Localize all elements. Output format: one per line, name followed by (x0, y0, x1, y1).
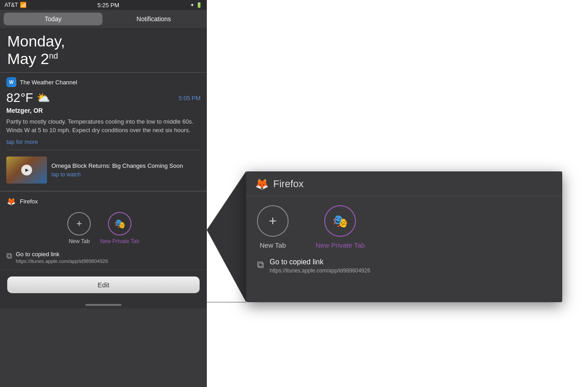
fp-new-tab[interactable]: + New Tab (257, 205, 289, 249)
copy-icon: ⧉ (6, 251, 12, 261)
weather-video-card[interactable]: Omega Block Returns: Big Changes Coming … (6, 155, 201, 185)
bluetooth-icon: ✦ (190, 2, 194, 8)
fp-link-info: Go to copied link https://itunes.apple.c… (270, 258, 370, 274)
fp-link-url: https://itunes.apple.com/app/id989804926 (270, 267, 370, 274)
fp-private-circle: 🎭 (324, 205, 356, 237)
iphone-panel: AT&T 📶 5:25 PM ✦ 🔋 Today Notifications M… (0, 0, 207, 387)
fp-new-tab-label: New Tab (260, 241, 286, 249)
svg-line-1 (207, 171, 246, 230)
fp-private-tab[interactable]: 🎭 New Private Tab (316, 205, 365, 249)
home-area (0, 299, 207, 309)
firefox-actions: + New Tab 🎭 New Private Tab (6, 212, 201, 244)
mask-icon: 🎭 (114, 218, 126, 229)
weather-section: W The Weather Channel 82°F ⛅ 5:05 PM Met… (0, 73, 207, 191)
video-title: Omega Block Returns: Big Changes Coming … (51, 162, 183, 170)
plus-icon: + (76, 219, 82, 229)
tap-watch-link[interactable]: tap to watch (51, 171, 183, 178)
date-line1: Monday, (7, 32, 200, 50)
weather-location: Metzger, OR (6, 107, 201, 114)
link-title: Go to copied link (16, 251, 108, 258)
status-right: ✦ 🔋 (190, 2, 202, 8)
fp-firefox-icon: 🦊 (255, 178, 269, 190)
firefox-section: 🦊 Firefox + New Tab 🎭 New Private Tab ⧉ … (0, 192, 207, 269)
firefox-header: 🦊 Firefox (6, 197, 201, 207)
fp-new-tab-circle: + (257, 205, 289, 237)
fp-copy-icon: ⧉ (257, 259, 264, 271)
carrier-label: AT&T (5, 2, 18, 8)
fp-private-tab-label: New Private Tab (316, 241, 365, 249)
status-left: AT&T 📶 (5, 2, 27, 8)
copied-link[interactable]: ⧉ Go to copied link https://itunes.apple… (6, 251, 201, 264)
link-url: https://itunes.apple.com/app/id989804926 (16, 258, 108, 264)
new-tab-action[interactable]: + New Tab (67, 212, 91, 244)
tab-notifications[interactable]: Notifications (104, 13, 203, 25)
weather-app-name: The Weather Channel (20, 79, 77, 86)
battery-icon: 🔋 (196, 2, 202, 8)
weather-description: Partly to mostly cloudy. Temperatures co… (6, 118, 201, 135)
weather-header: W The Weather Channel (6, 77, 201, 87)
private-tab-circle: 🎭 (108, 212, 131, 235)
tab-bar: Today Notifications (0, 10, 207, 28)
weather-main: 82°F ⛅ 5:05 PM (6, 91, 201, 105)
new-tab-label: New Tab (69, 238, 89, 244)
fp-plus-icon: + (269, 214, 277, 228)
new-private-tab-label: New Private Tab (100, 238, 139, 244)
weather-app-icon: W (6, 77, 16, 87)
status-time: 5:25 PM (98, 2, 119, 9)
wifi-icon: 📶 (20, 2, 27, 8)
fp-actions: + New Tab 🎭 New Private Tab (257, 205, 551, 249)
firefox-app-name: Firefox (20, 198, 38, 205)
fp-title: Firefox (273, 178, 303, 190)
status-bar: AT&T 📶 5:25 PM ✦ 🔋 (0, 0, 207, 10)
fp-mask-icon: 🎭 (332, 214, 348, 229)
weather-temp: 82°F (6, 91, 33, 105)
video-thumbnail (6, 157, 47, 184)
edit-section: Edit (0, 270, 207, 299)
tab-today[interactable]: Today (4, 13, 103, 25)
fp-copied-link[interactable]: ⧉ Go to copied link https://itunes.apple… (257, 258, 551, 274)
play-button[interactable] (21, 165, 32, 175)
tap-more-link[interactable]: tap for more (6, 138, 201, 145)
fp-header: 🦊 Firefox (246, 171, 562, 196)
fp-body: + New Tab 🎭 New Private Tab ⧉ Go to copi… (246, 196, 562, 283)
new-tab-circle: + (67, 212, 91, 235)
svg-marker-0 (207, 171, 246, 302)
date-heading: Monday, May 2nd (0, 28, 207, 72)
video-info: Omega Block Returns: Big Changes Coming … (51, 162, 183, 178)
firefox-zoomed-panel: 🦊 Firefox + New Tab 🎭 New Private Tab ⧉ … (246, 171, 562, 302)
copied-link-text: Go to copied link https://itunes.apple.c… (16, 251, 108, 264)
firefox-app-icon: 🦊 (6, 197, 16, 207)
edit-button[interactable]: Edit (7, 276, 200, 293)
weather-condition-icon: ⛅ (37, 92, 50, 104)
fp-link-title: Go to copied link (270, 258, 370, 266)
new-private-tab-action[interactable]: 🎭 New Private Tab (100, 212, 139, 244)
date-line2: May 2nd (7, 50, 200, 68)
home-indicator (85, 304, 121, 306)
weather-time: 5:05 PM (179, 95, 201, 101)
